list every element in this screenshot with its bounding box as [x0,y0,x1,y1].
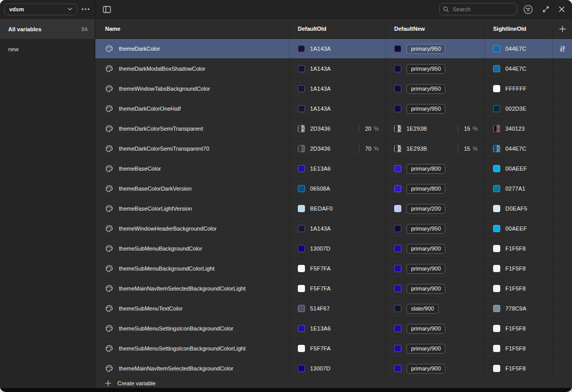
default-new-value-cell[interactable]: primary/200 [386,199,485,218]
color-swatch[interactable] [298,345,305,352]
sightline-old-value-cell[interactable]: F1F5F8 [485,319,553,338]
color-swatch[interactable] [493,125,500,132]
alias-pill[interactable]: primary/950 [406,84,445,94]
color-swatch[interactable] [298,125,305,132]
variable-name-cell[interactable]: themeSubMenuBackgroundColorLight [95,259,290,278]
color-swatch[interactable] [394,305,401,312]
default-new-value-cell[interactable]: primary/900 [386,259,485,278]
sightline-old-value-cell[interactable]: 00AEEF [485,219,553,238]
alias-pill[interactable]: slate/900 [406,304,439,314]
color-swatch[interactable] [493,45,500,52]
table-row[interactable]: themeSubMenuSettingsIconBackgroundColor … [95,319,572,339]
color-swatch[interactable] [493,105,500,112]
filter-button[interactable] [522,4,534,15]
color-swatch[interactable] [394,265,401,272]
color-swatch[interactable] [298,325,305,332]
color-swatch[interactable] [394,85,401,92]
opacity-value[interactable]: 70 [359,146,373,152]
color-swatch[interactable] [298,65,305,72]
color-swatch[interactable] [394,125,401,132]
add-mode-button[interactable] [553,19,572,38]
color-swatch[interactable] [298,225,305,232]
variable-name-cell[interactable]: themeSubMenuTextColor [95,299,290,318]
color-swatch[interactable] [493,65,500,72]
color-swatch[interactable] [298,165,305,172]
color-swatch[interactable] [394,245,401,252]
column-header-sightlineold[interactable]: SightlineOld [485,19,553,38]
color-swatch[interactable] [493,305,500,312]
color-swatch[interactable] [493,85,500,92]
create-variable-button[interactable]: Create variable [95,379,572,388]
table-row[interactable]: themeDarkColorSemiTransparent 2D343620% … [95,119,572,139]
search-field[interactable] [439,3,517,15]
color-swatch[interactable] [493,345,500,352]
variable-name-cell[interactable]: themeMainNavItemSelectedBackgroundColor [95,359,290,378]
table-row[interactable]: themeDarkColorOneHalf 1A143A primary/950… [95,99,572,119]
color-swatch[interactable] [394,45,401,52]
collection-dropdown[interactable]: vdsm [4,4,77,15]
expand-panel-button[interactable] [541,5,550,14]
variable-name-cell[interactable]: themeBaseColorDarkVersion [95,179,290,198]
default-old-value-cell[interactable]: 2D343620% [290,119,386,138]
variable-name-cell[interactable]: themeSubMenuSettingsIconBackgroundColor [95,319,290,338]
variable-name-cell[interactable]: themeWindowTabsBackgroundColor [95,79,290,98]
default-new-value-cell[interactable]: primary/950 [386,39,485,58]
default-new-value-cell[interactable]: primary/900 [386,239,485,258]
sidebar-item-all-variables[interactable]: All variables84 [0,19,95,39]
color-swatch[interactable] [493,365,500,372]
default-new-value-cell[interactable]: primary/950 [386,219,485,238]
default-old-value-cell[interactable]: 06508A [290,179,386,198]
variable-name-cell[interactable]: themeDarkColorSemiTransparent70 [95,139,290,158]
default-new-value-cell[interactable]: primary/900 [386,339,485,358]
sidebar-item-new[interactable]: new [0,39,95,59]
variable-name-cell[interactable]: themeDarkColorOneHalf [95,99,290,118]
default-old-value-cell[interactable]: 1A143A [290,79,386,98]
variable-name-cell[interactable]: themeWindowHeaderBackgroundColor [95,219,290,238]
sightline-old-value-cell[interactable]: FFFFFF [485,79,553,98]
table-row[interactable]: themeDarkColorSemiTransparent70 2D343670… [95,139,572,159]
variable-name-cell[interactable]: themeDarkColor [95,39,290,58]
color-swatch[interactable] [493,165,500,172]
alias-pill[interactable]: primary/900 [406,364,445,374]
color-swatch[interactable] [394,285,401,292]
variable-name-cell[interactable]: themeBaseColorLightVersion [95,199,290,218]
variable-name-cell[interactable]: themeBaseColor [95,159,290,178]
sightline-old-value-cell[interactable]: D0EAF5 [485,199,553,218]
alias-pill[interactable]: primary/950 [406,64,445,74]
table-row[interactable]: themeWindowTabsBackgroundColor 1A143A pr… [95,79,572,99]
default-old-value-cell[interactable]: 1A143A [290,219,386,238]
color-swatch[interactable] [493,145,500,152]
variable-name-cell[interactable]: themeDarkModalBoxShadowColor [95,59,290,78]
opacity-value[interactable]: 15 [458,126,472,132]
table-row[interactable]: themeSubMenuBackgroundColor 13007D prima… [95,239,572,259]
variable-name-cell[interactable]: themeSubMenuSettingsIconBackgroundColorL… [95,339,290,358]
color-swatch[interactable] [394,145,401,152]
default-old-value-cell[interactable]: 13007D [290,239,386,258]
color-swatch[interactable] [298,285,305,292]
color-swatch[interactable] [298,45,305,52]
default-new-value-cell[interactable]: primary/950 [386,79,485,98]
color-swatch[interactable] [493,285,500,292]
edit-variable-icon[interactable] [559,45,566,53]
sightline-old-value-cell[interactable]: F1F5F8 [485,339,553,358]
default-old-value-cell[interactable]: 13007D [290,359,386,378]
color-swatch[interactable] [298,245,305,252]
opacity-value[interactable]: 20 [359,126,373,132]
sightline-old-value-cell[interactable]: F1F5F8 [485,259,553,278]
default-new-value-cell[interactable]: primary/900 [386,279,485,298]
sightline-old-value-cell[interactable]: 044E7C [485,139,553,158]
color-swatch[interactable] [493,265,500,272]
default-old-value-cell[interactable]: 2D343670% [290,139,386,158]
sightline-old-value-cell[interactable]: F1F5F8 [485,239,553,258]
default-old-value-cell[interactable]: BEDAF0 [290,199,386,218]
alias-pill[interactable]: primary/900 [406,344,445,354]
sightline-old-value-cell[interactable]: 778C9A [485,299,553,318]
default-old-value-cell[interactable]: 1A143A [290,39,386,58]
sightline-old-value-cell[interactable]: 002D3E [485,99,553,118]
sightline-old-value-cell[interactable]: 0277A1 [485,179,553,198]
table-row[interactable]: themeDarkColor 1A143A primary/950 044E7C [95,39,572,59]
search-input[interactable] [439,3,517,15]
close-panel-button[interactable] [558,5,566,13]
variable-name-cell[interactable]: themeSubMenuBackgroundColor [95,239,290,258]
default-new-value-cell[interactable]: 1E293B15% [386,119,485,138]
